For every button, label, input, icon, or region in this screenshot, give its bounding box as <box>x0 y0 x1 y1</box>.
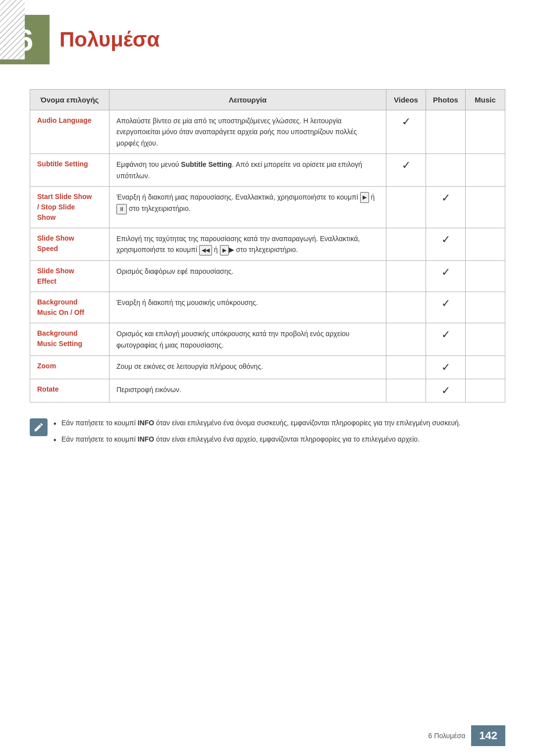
table-cell-option: Start Slide Show/ Stop SlideShow <box>30 186 109 228</box>
table-cell-check: ✓ <box>426 323 466 356</box>
table-cell-function: Έναρξη ή διακοπή της μουσικής υπόκρουσης… <box>109 292 386 323</box>
table-cell-option: Audio Language <box>30 110 109 154</box>
table-cell-check: ✓ <box>386 110 426 154</box>
header-videos: Videos <box>386 90 426 110</box>
table-cell-check <box>386 228 426 260</box>
table-cell-function: Ορισμός και επιλογή μουσικής υπόκρουσης … <box>109 323 386 356</box>
table-row: Start Slide Show/ Stop SlideShowΈναρξη ή… <box>30 186 505 228</box>
table-cell-function: Ζουμ σε εικόνες σε λειτουργία πλήρους οθ… <box>109 356 386 379</box>
table-row: ZoomΖουμ σε εικόνες σε λειτουργία πλήρου… <box>30 356 505 379</box>
table-cell-check <box>386 261 426 292</box>
table-header-row: Όνομα επιλογής Λειτουργία Videos Photos … <box>30 90 505 110</box>
table-row: BackgroundMusic On / OffΈναρξη ή διακοπή… <box>30 292 505 323</box>
notes-section: Εάν πατήσετε το κουμπί INFO όταν είναι ε… <box>30 417 505 450</box>
checkmark-icon: ✓ <box>402 115 411 128</box>
table-cell-check <box>466 292 505 323</box>
table-cell-check <box>466 110 505 154</box>
table-cell-option: Zoom <box>30 356 109 379</box>
note-item-1: Εάν πατήσετε το κουμπί INFO όταν είναι ε… <box>54 417 461 428</box>
header-photos: Photos <box>426 90 466 110</box>
table-cell-option: Slide ShowEffect <box>30 261 109 292</box>
content-area: Όνομα επιλογής Λειτουργία Videos Photos … <box>0 89 535 479</box>
table-row: RotateΠεριστροφή εικόνων.✓ <box>30 379 505 403</box>
header-option: Όνομα επιλογής <box>30 90 109 110</box>
table-cell-function: Έναρξη ή διακοπή μιας παρουσίασης. Εναλλ… <box>109 186 386 228</box>
table-cell-check <box>426 110 466 154</box>
chapter-title: Πολυμέσα <box>59 28 160 51</box>
table-cell-check <box>386 292 426 323</box>
page-wrapper: 6 Πολυμέσα Όνομα επιλογής Λειτουργία Vid… <box>0 0 535 756</box>
table-cell-check <box>386 356 426 379</box>
corner-decoration <box>0 0 25 59</box>
table-cell-function: Επιλογή της ταχύτητας της παρουσίασης κα… <box>109 228 386 260</box>
table-cell-check <box>466 323 505 356</box>
page-footer: 6 Πολυμέσα 142 <box>428 725 505 746</box>
notes-list: Εάν πατήσετε το κουμπί INFO όταν είναι ε… <box>54 417 461 450</box>
table-cell-check: ✓ <box>386 154 426 187</box>
table-cell-check <box>466 186 505 228</box>
table-cell-check <box>386 323 426 356</box>
table-cell-option: Subtitle Setting <box>30 154 109 187</box>
table-row: BackgroundMusic SettingΟρισμός και επιλο… <box>30 323 505 356</box>
checkmark-icon: ✓ <box>441 384 450 397</box>
checkmark-icon: ✓ <box>441 233 450 246</box>
checkmark-icon: ✓ <box>441 192 450 204</box>
table-row: Slide ShowEffectΟρισμός διαφόρων εφέ παρ… <box>30 261 505 292</box>
checkmark-icon: ✓ <box>441 266 450 279</box>
table-cell-check <box>386 186 426 228</box>
table-cell-option: Rotate <box>30 379 109 403</box>
table-cell-function: Περιστροφή εικόνων. <box>109 379 386 403</box>
table-cell-check <box>466 154 505 187</box>
checkmark-icon: ✓ <box>441 297 450 310</box>
table-cell-check: ✓ <box>426 186 466 228</box>
table-cell-check <box>466 261 505 292</box>
table-cell-check: ✓ <box>426 292 466 323</box>
checkmark-icon: ✓ <box>402 159 411 172</box>
note-item-2: Εάν πατήσετε το κουμπί INFO όταν είναι ε… <box>54 434 461 445</box>
table-cell-check: ✓ <box>426 228 466 260</box>
table-row: Slide ShowSpeedΕπιλογή της ταχύτητας της… <box>30 228 505 260</box>
footer-page-number: 142 <box>471 725 505 746</box>
table-cell-option: BackgroundMusic Setting <box>30 323 109 356</box>
header-music: Music <box>466 90 505 110</box>
chapter-header: 6 Πολυμέσα <box>0 0 535 74</box>
table-cell-function: Εμφάνιση του μενού Subtitle Setting. Από… <box>109 154 386 187</box>
checkmark-icon: ✓ <box>441 328 450 341</box>
table-cell-check <box>466 356 505 379</box>
table-row: Subtitle SettingΕμφάνιση του μενού Subti… <box>30 154 505 187</box>
table-cell-check: ✓ <box>426 356 466 379</box>
table-cell-function: Ορισμός διαφόρων εφέ παρουσίασης. <box>109 261 386 292</box>
table-cell-check <box>426 154 466 187</box>
table-cell-option: BackgroundMusic On / Off <box>30 292 109 323</box>
table-cell-check: ✓ <box>426 261 466 292</box>
table-cell-check: ✓ <box>426 379 466 403</box>
note-icon <box>30 418 48 436</box>
table-cell-check <box>386 379 426 403</box>
footer-chapter-label: 6 Πολυμέσα <box>428 732 466 740</box>
table-cell-option: Slide ShowSpeed <box>30 228 109 260</box>
table-cell-check <box>466 228 505 260</box>
table-row: Audio LanguageΑπολαύστε βίντεο σε μία απ… <box>30 110 505 154</box>
pencil-icon <box>33 422 44 433</box>
header-function: Λειτουργία <box>109 90 386 110</box>
main-table: Όνομα επιλογής Λειτουργία Videos Photos … <box>30 89 505 403</box>
table-cell-function: Απολαύστε βίντεο σε μία από τις υποστηρι… <box>109 110 386 154</box>
table-cell-check <box>466 379 505 403</box>
checkmark-icon: ✓ <box>441 361 450 374</box>
